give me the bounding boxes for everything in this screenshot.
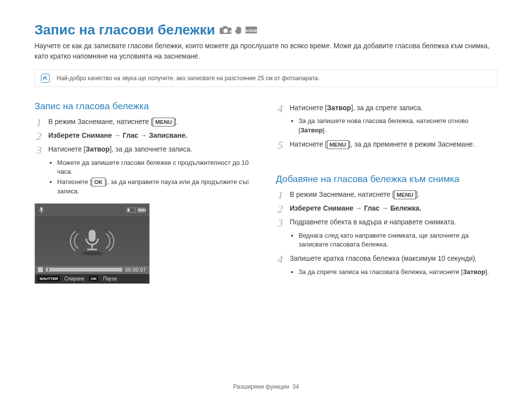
rec-indicator-icon xyxy=(127,208,135,213)
rb-step-4: 4 Запишете кратка гласова бележка (макси… xyxy=(276,253,498,265)
stop-icon xyxy=(38,267,43,272)
svg-rect-16 xyxy=(89,230,96,242)
step-text: ]. xyxy=(174,118,178,125)
svg-rect-7 xyxy=(40,207,42,211)
right-column: 4 Натиснете [Затвор], за да спрете запис… xyxy=(276,101,498,284)
mic-small-icon xyxy=(38,207,45,214)
two-columns: Запис на гласова бележка 1 В режим Засне… xyxy=(34,101,498,284)
lcd-indicators xyxy=(127,208,146,213)
step-number: 3 xyxy=(34,144,43,156)
bullet: Веднага след като направите снимката, ще… xyxy=(299,231,498,250)
page-title: Запис на гласови бележки P SCENE xyxy=(34,22,498,38)
footer-section: Разширени функции xyxy=(233,383,289,390)
menu-key: MENU xyxy=(394,190,416,199)
svg-rect-14 xyxy=(140,209,142,212)
rb-step-2: 2 Изберете Снимане → Глас → Бележка. xyxy=(276,203,498,215)
rb-step-3: 3 Подравнете обекта в кадъра и направете… xyxy=(276,217,498,229)
camera-p-icon: P xyxy=(219,26,232,34)
step-text: ]. xyxy=(416,190,420,198)
elapsed-time: 00:00:07 xyxy=(125,267,146,273)
menu-key: MENU xyxy=(153,118,174,126)
bullet: Натиснете [OK], за да направите пауза ил… xyxy=(57,178,256,196)
svg-rect-13 xyxy=(138,209,140,212)
bullet: Можете да запишете гласови бележки с про… xyxy=(57,158,256,177)
step-number: 4 xyxy=(276,103,285,115)
step-body: В режим Заснемане, натиснете [MENU]. xyxy=(290,189,498,200)
step-text: В режим Заснемане, натиснете [ xyxy=(48,118,153,125)
rb-step-3-bullets: Веднага след като направите снимката, ще… xyxy=(276,231,498,250)
step-number: 2 xyxy=(34,130,43,142)
step-number: 3 xyxy=(276,217,285,229)
lcd-screenshot: 00:00:07 SHUTTER Спиране OK Пауза xyxy=(34,203,150,284)
left-step-3-bullets: Можете да запишете гласови бележки с про… xyxy=(34,158,256,196)
svg-point-2 xyxy=(223,29,228,33)
svg-rect-15 xyxy=(142,209,144,212)
step-number: 4 xyxy=(276,253,285,265)
step-body: В режим Заснемане, натиснете [MENU]. xyxy=(48,117,256,127)
left-step-3: 3 Натиснете [Затвор], за да започнете за… xyxy=(34,144,256,156)
svg-rect-1 xyxy=(223,26,227,28)
step-text: Натиснете [ xyxy=(290,140,327,148)
rb-step-4-bullets: За да спрете записа на гласовата бележка… xyxy=(276,268,498,277)
pause-label: Пауза xyxy=(103,276,117,281)
recording-mic-icon xyxy=(63,224,122,258)
svg-rect-12 xyxy=(145,209,146,211)
rb-step-1: 1 В режим Заснемане, натиснете [MENU]. xyxy=(276,189,498,201)
lcd-body xyxy=(35,216,149,266)
svg-text:SCENE: SCENE xyxy=(245,29,258,33)
footer-page-number: 34 xyxy=(293,383,299,390)
lcd-progress: 00:00:07 xyxy=(35,266,149,274)
step-body: Запишете кратка гласова бележка (максиму… xyxy=(290,253,498,264)
svg-rect-20 xyxy=(38,267,43,272)
step-text: В режим Заснемане, натиснете [ xyxy=(290,190,394,198)
step-body: Изберете Снимане → Глас → Бележка. xyxy=(290,203,498,214)
lcd-top-bar xyxy=(35,204,149,216)
step-body: Подравнете обекта в кадъра и направете с… xyxy=(290,217,498,227)
section-title-record: Запис на гласова бележка xyxy=(34,101,256,112)
left-column: Запис на гласова бележка 1 В режим Засне… xyxy=(34,101,256,284)
hand-icon xyxy=(234,26,243,34)
svg-text:P: P xyxy=(230,30,232,33)
step-number: 1 xyxy=(34,117,43,128)
step-body: Изберете Снимане → Глас → Записване. xyxy=(48,130,256,141)
bullet: За да запишете нова гласова бележка, нат… xyxy=(299,117,498,135)
info-icon xyxy=(41,74,50,83)
step-text: ], за да преминете в режим Заснемане. xyxy=(349,140,475,148)
right-step-4-bullets: За да запишете нова гласова бележка, нат… xyxy=(276,117,498,135)
section-title-add: Добавяне на гласова бележка към снимка xyxy=(276,174,498,185)
left-step-2: 2 Изберете Снимане → Глас → Записване. xyxy=(34,130,256,142)
page-title-text: Запис на гласови бележки xyxy=(34,22,215,38)
left-step-1: 1 В режим Заснемане, натиснете [MENU]. xyxy=(34,117,256,128)
note-box: Най-добро качество на звука ще получите,… xyxy=(34,69,498,87)
progress-bar xyxy=(46,268,122,272)
intro-text: Научете се как да записвате гласови беле… xyxy=(34,41,498,62)
bullet-text: Натиснете [ xyxy=(57,178,92,185)
right-step-5: 5 Натиснете [MENU], за да преминете в ре… xyxy=(276,139,498,151)
step-body: Натиснете [Затвор], за да започнете запи… xyxy=(48,144,256,154)
ok-tag: OK xyxy=(89,276,98,281)
battery-icon xyxy=(137,208,146,213)
right-step-4: 4 Натиснете [Затвор], за да спрете запис… xyxy=(276,103,498,115)
step-body: Натиснете [Затвор], за да спрете записа. xyxy=(290,103,498,113)
note-text: Най-добро качество на звука ще получите,… xyxy=(57,75,320,82)
mode-icons: P SCENE xyxy=(219,26,258,34)
bullet: За да спрете записа на гласовата бележка… xyxy=(299,268,498,277)
stop-label: Спиране xyxy=(65,276,84,281)
step-number: 5 xyxy=(276,139,285,151)
ok-key: OK xyxy=(92,178,105,186)
step-number: 1 xyxy=(276,189,285,201)
shutter-tag: SHUTTER xyxy=(38,276,60,281)
page-footer: Разширени функции 34 xyxy=(0,383,532,390)
step-body: Натиснете [MENU], за да преминете в режи… xyxy=(290,139,498,150)
lcd-status-bar: SHUTTER Спиране OK Пауза xyxy=(35,274,149,283)
menu-key: MENU xyxy=(327,140,349,149)
scene-icon: SCENE xyxy=(245,26,258,34)
manual-page: Запис на гласови бележки P SCENE Научете… xyxy=(0,0,532,401)
step-number: 2 xyxy=(276,203,285,215)
svg-rect-10 xyxy=(128,209,130,212)
svg-point-19 xyxy=(81,251,103,255)
